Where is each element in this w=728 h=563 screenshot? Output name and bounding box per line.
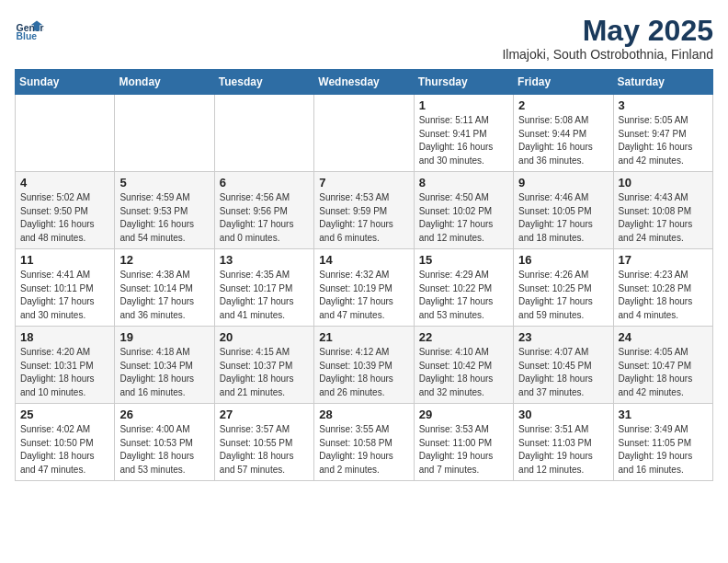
day-info: Sunrise: 4:53 AM Sunset: 9:59 PM Dayligh…	[319, 191, 408, 245]
calendar-table: Sunday Monday Tuesday Wednesday Thursday…	[15, 69, 713, 481]
table-row: 22Sunrise: 4:10 AM Sunset: 10:42 PM Dayl…	[414, 327, 513, 404]
day-info: Sunrise: 4:12 AM Sunset: 10:39 PM Daylig…	[319, 346, 408, 399]
day-info: Sunrise: 4:05 AM Sunset: 10:47 PM Daylig…	[619, 346, 708, 399]
table-row: 10Sunrise: 4:43 AM Sunset: 10:08 PM Dayl…	[613, 172, 712, 249]
logo-icon: General Blue	[15, 15, 44, 44]
day-info: Sunrise: 3:53 AM Sunset: 11:00 PM Daylig…	[419, 423, 508, 477]
day-number: 19	[119, 330, 209, 344]
table-row: 6Sunrise: 4:56 AM Sunset: 9:56 PM Daylig…	[214, 172, 313, 249]
day-info: Sunrise: 3:51 AM Sunset: 11:03 PM Daylig…	[518, 423, 608, 477]
table-row: 20Sunrise: 4:15 AM Sunset: 10:37 PM Dayl…	[214, 327, 313, 404]
day-info: Sunrise: 4:50 AM Sunset: 10:02 PM Daylig…	[419, 191, 508, 245]
day-number: 13	[220, 253, 309, 267]
day-info: Sunrise: 4:35 AM Sunset: 10:17 PM Daylig…	[220, 269, 309, 322]
day-number: 26	[119, 408, 209, 421]
header-thursday: Thursday	[414, 70, 513, 95]
table-row: 17Sunrise: 4:23 AM Sunset: 10:28 PM Dayl…	[613, 249, 712, 327]
calendar-week-row: 1Sunrise: 5:11 AM Sunset: 9:41 PM Daylig…	[16, 95, 713, 172]
table-row: 11Sunrise: 4:41 AM Sunset: 10:11 PM Dayl…	[16, 249, 115, 327]
header-tuesday: Tuesday	[214, 70, 313, 95]
table-row: 14Sunrise: 4:32 AM Sunset: 10:19 PM Dayl…	[314, 249, 414, 327]
day-number: 30	[518, 408, 608, 421]
day-number: 20	[220, 330, 309, 344]
day-number: 18	[20, 330, 109, 344]
day-info: Sunrise: 4:23 AM Sunset: 10:28 PM Daylig…	[619, 269, 708, 322]
logo: General Blue	[15, 15, 44, 44]
weekday-header-row: Sunday Monday Tuesday Wednesday Thursday…	[16, 70, 713, 95]
table-row: 3Sunrise: 5:05 AM Sunset: 9:47 PM Daylig…	[613, 95, 712, 172]
day-number: 3	[619, 98, 708, 112]
table-row: 13Sunrise: 4:35 AM Sunset: 10:17 PM Dayl…	[214, 249, 313, 327]
day-number: 16	[518, 253, 608, 267]
header-sunday: Sunday	[16, 70, 115, 95]
header-monday: Monday	[115, 70, 214, 95]
day-number: 23	[518, 330, 608, 344]
day-info: Sunrise: 4:43 AM Sunset: 10:08 PM Daylig…	[619, 191, 708, 245]
day-info: Sunrise: 4:18 AM Sunset: 10:34 PM Daylig…	[119, 346, 209, 399]
day-number: 12	[119, 253, 209, 267]
day-number: 7	[319, 176, 408, 190]
table-row: 2Sunrise: 5:08 AM Sunset: 9:44 PM Daylig…	[514, 95, 613, 172]
day-info: Sunrise: 4:02 AM Sunset: 10:50 PM Daylig…	[20, 423, 109, 477]
day-info: Sunrise: 4:29 AM Sunset: 10:22 PM Daylig…	[419, 269, 508, 322]
table-row: 23Sunrise: 4:07 AM Sunset: 10:45 PM Dayl…	[514, 327, 613, 404]
table-row	[115, 95, 214, 172]
header-friday: Friday	[514, 70, 613, 95]
table-row	[214, 95, 313, 172]
table-row: 27Sunrise: 3:57 AM Sunset: 10:55 PM Dayl…	[214, 404, 313, 481]
day-number: 4	[20, 176, 109, 190]
calendar-title: May 2025	[502, 15, 713, 47]
day-info: Sunrise: 4:56 AM Sunset: 9:56 PM Dayligh…	[220, 191, 309, 245]
day-info: Sunrise: 4:20 AM Sunset: 10:31 PM Daylig…	[20, 346, 109, 399]
day-info: Sunrise: 3:49 AM Sunset: 11:05 PM Daylig…	[619, 423, 708, 477]
day-info: Sunrise: 5:05 AM Sunset: 9:47 PM Dayligh…	[619, 114, 708, 167]
header-saturday: Saturday	[613, 70, 712, 95]
table-row: 9Sunrise: 4:46 AM Sunset: 10:05 PM Dayli…	[514, 172, 613, 249]
day-number: 31	[619, 408, 708, 421]
svg-text:Blue: Blue	[17, 31, 38, 41]
day-info: Sunrise: 4:59 AM Sunset: 9:53 PM Dayligh…	[119, 191, 209, 245]
table-row	[314, 95, 414, 172]
day-info: Sunrise: 5:02 AM Sunset: 9:50 PM Dayligh…	[20, 191, 109, 245]
day-number: 28	[319, 408, 408, 421]
day-info: Sunrise: 4:00 AM Sunset: 10:53 PM Daylig…	[119, 423, 209, 477]
day-number: 24	[619, 330, 708, 344]
day-number: 29	[419, 408, 508, 421]
day-info: Sunrise: 4:41 AM Sunset: 10:11 PM Daylig…	[20, 269, 109, 322]
table-row: 30Sunrise: 3:51 AM Sunset: 11:03 PM Dayl…	[514, 404, 613, 481]
day-number: 17	[619, 253, 708, 267]
day-number: 2	[518, 98, 608, 112]
table-row: 7Sunrise: 4:53 AM Sunset: 9:59 PM Daylig…	[314, 172, 414, 249]
day-info: Sunrise: 4:26 AM Sunset: 10:25 PM Daylig…	[518, 269, 608, 322]
day-number: 15	[419, 253, 508, 267]
calendar-week-row: 11Sunrise: 4:41 AM Sunset: 10:11 PM Dayl…	[16, 249, 713, 327]
day-info: Sunrise: 4:07 AM Sunset: 10:45 PM Daylig…	[518, 346, 608, 399]
calendar-week-row: 25Sunrise: 4:02 AM Sunset: 10:50 PM Dayl…	[16, 404, 713, 481]
day-number: 25	[20, 408, 109, 421]
day-number: 11	[20, 253, 109, 267]
day-number: 9	[518, 176, 608, 190]
title-block: May 2025 Ilmajoki, South Ostrobothnia, F…	[502, 15, 713, 62]
calendar-week-row: 18Sunrise: 4:20 AM Sunset: 10:31 PM Dayl…	[16, 327, 713, 404]
day-info: Sunrise: 5:08 AM Sunset: 9:44 PM Dayligh…	[518, 114, 608, 167]
table-row: 19Sunrise: 4:18 AM Sunset: 10:34 PM Dayl…	[115, 327, 214, 404]
table-row: 24Sunrise: 4:05 AM Sunset: 10:47 PM Dayl…	[613, 327, 712, 404]
table-row: 5Sunrise: 4:59 AM Sunset: 9:53 PM Daylig…	[115, 172, 214, 249]
table-row: 25Sunrise: 4:02 AM Sunset: 10:50 PM Dayl…	[16, 404, 115, 481]
calendar-subtitle: Ilmajoki, South Ostrobothnia, Finland	[502, 47, 713, 62]
day-number: 5	[119, 176, 209, 190]
day-number: 1	[419, 98, 508, 112]
table-row: 15Sunrise: 4:29 AM Sunset: 10:22 PM Dayl…	[414, 249, 513, 327]
calendar-week-row: 4Sunrise: 5:02 AM Sunset: 9:50 PM Daylig…	[16, 172, 713, 249]
day-info: Sunrise: 4:32 AM Sunset: 10:19 PM Daylig…	[319, 269, 408, 322]
day-info: Sunrise: 3:57 AM Sunset: 10:55 PM Daylig…	[220, 423, 309, 477]
day-info: Sunrise: 4:46 AM Sunset: 10:05 PM Daylig…	[518, 191, 608, 245]
table-row: 16Sunrise: 4:26 AM Sunset: 10:25 PM Dayl…	[514, 249, 613, 327]
table-row: 26Sunrise: 4:00 AM Sunset: 10:53 PM Dayl…	[115, 404, 214, 481]
table-row: 29Sunrise: 3:53 AM Sunset: 11:00 PM Dayl…	[414, 404, 513, 481]
day-number: 21	[319, 330, 408, 344]
table-row: 18Sunrise: 4:20 AM Sunset: 10:31 PM Dayl…	[16, 327, 115, 404]
table-row: 31Sunrise: 3:49 AM Sunset: 11:05 PM Dayl…	[613, 404, 712, 481]
day-info: Sunrise: 4:15 AM Sunset: 10:37 PM Daylig…	[220, 346, 309, 399]
table-row: 21Sunrise: 4:12 AM Sunset: 10:39 PM Dayl…	[314, 327, 414, 404]
